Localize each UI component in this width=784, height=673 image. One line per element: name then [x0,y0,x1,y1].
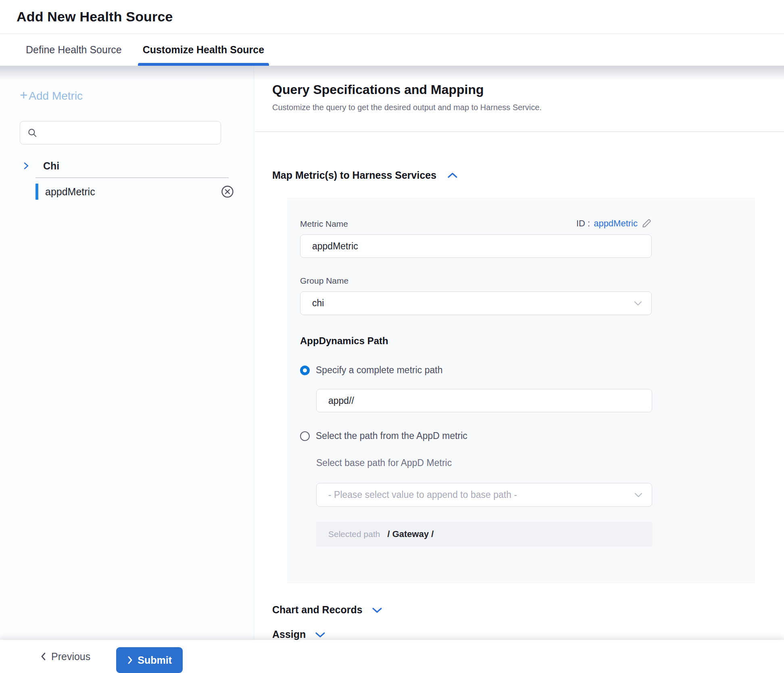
base-path-label: Select base path for AppD Metric [316,458,755,468]
metric-group-label: Chi [43,160,59,172]
plus-icon: + [20,88,27,102]
chevron-down-icon [315,631,326,638]
dialog-header: Add New Health Source [0,0,784,34]
complete-metric-path-input[interactable] [316,389,652,412]
chart-and-records-section-header[interactable]: Chart and Records [272,604,784,616]
remove-circle-x-icon [221,185,234,199]
metric-name-input[interactable] [300,234,652,258]
metric-search-box[interactable] [20,121,221,144]
metric-mapping-card: Metric Name ID : appdMetric Group Name c… [287,198,755,583]
add-metric-button[interactable]: + Add Metric [20,89,83,102]
base-path-placeholder: - Please select value to append to base … [328,489,517,500]
metric-group-row[interactable]: Chi [20,157,229,175]
metric-id-label: ID : [576,218,590,229]
metrics-sidebar: + Add Metric Chi appdMetric [0,66,254,640]
selected-path-bar: Selected path / Gateway / [316,522,652,546]
previous-button[interactable]: Previous [40,651,90,663]
edit-pencil-icon [641,218,652,229]
section-page-title: Query Specifications and Mapping [272,82,784,97]
page-title: Add New Health Source [17,9,173,25]
chevron-down-icon [371,606,383,614]
section-page-subtitle: Customize the query to get the desired o… [272,103,784,112]
map-metrics-section-header[interactable]: Map Metric(s) to Harness Services [272,169,784,181]
radio-complete-metric-path-label[interactable]: Specify a complete metric path [316,365,442,376]
chevron-up-icon [447,172,458,179]
section-divider [255,132,784,132]
radio-select-path-from-appd[interactable] [300,431,310,441]
chevron-down-icon [634,301,642,306]
tree-divider [35,178,229,178]
base-path-select[interactable]: - Please select value to append to base … [316,483,652,507]
assign-section-header[interactable]: Assign [272,629,784,640]
tab-bar: Define Health Source Customize Health So… [0,34,784,66]
chevron-down-icon [634,492,643,498]
selected-metric-accent-bar [35,184,38,200]
submit-button[interactable]: Submit [116,647,183,673]
tab-define-health-source[interactable]: Define Health Source [21,34,127,66]
appdynamics-path-heading: AppDynamics Path [300,335,755,347]
add-metric-label: Add Metric [29,90,83,102]
previous-button-label: Previous [51,651,90,663]
group-name-select[interactable]: chi [300,291,652,315]
selected-path-value: / Gateway / [387,529,434,539]
edit-id-button[interactable] [641,218,652,229]
selected-path-label: Selected path [328,529,380,539]
metric-name-label: Metric Name [300,219,348,229]
metric-list-item[interactable]: appdMetric [20,182,229,201]
metrics-tree: Chi appdMetric [20,157,229,201]
tab-customize-health-source[interactable]: Customize Health Source [138,34,269,66]
chart-and-records-title: Chart and Records [272,604,363,616]
search-icon [27,127,38,138]
remove-metric-button[interactable] [221,185,234,199]
metric-search-input[interactable] [42,121,221,144]
group-name-value: chi [312,298,324,309]
metric-item-label: appdMetric [45,186,221,198]
metric-id-link[interactable]: appdMetric [594,218,638,229]
chevron-right-icon [23,161,30,171]
radio-complete-metric-path[interactable] [300,366,310,375]
map-metrics-section-title: Map Metric(s) to Harness Services [272,169,436,181]
radio-select-path-from-appd-label[interactable]: Select the path from the AppD metric [316,431,467,441]
chevron-left-icon [40,652,46,661]
group-name-label: Group Name [300,276,755,286]
chevron-right-icon [127,656,133,665]
content-area: + Add Metric Chi appdMetric [0,66,784,640]
submit-button-label: Submit [138,654,172,666]
query-spec-panel: Query Specifications and Mapping Customi… [254,66,784,640]
assign-title: Assign [272,629,306,640]
wizard-footer: Previous Submit [0,640,784,673]
